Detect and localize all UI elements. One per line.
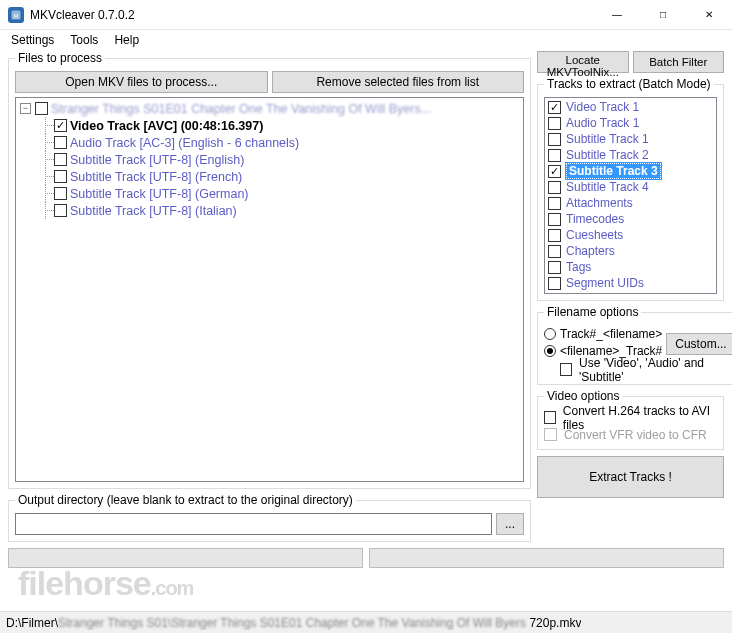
files-to-process-group: Files to process Open MKV files to proce… <box>8 51 531 489</box>
locate-mkvtoolnix-button[interactable]: Locate MKVToolNix... <box>537 51 629 73</box>
track-label: Subtitle Track [UTF-8] (English) <box>70 153 244 167</box>
output-legend: Output directory (leave blank to extract… <box>15 493 356 507</box>
extract-track-row[interactable]: Cuesheets <box>545 227 716 243</box>
extract-track-row[interactable]: Segment UIDs <box>545 275 716 291</box>
tree-track-row[interactable]: Subtitle Track [UTF-8] (German) <box>16 185 523 202</box>
convert-vfr-label: Convert VFR video to CFR <box>564 428 707 442</box>
file-tree[interactable]: − Stranger Things S01E01 Chapter One The… <box>15 97 524 482</box>
extract-track-row[interactable]: Timecodes <box>545 211 716 227</box>
extract-track-label: Subtitle Track 2 <box>566 148 649 162</box>
tree-guide-icon <box>40 202 54 219</box>
open-mkv-button[interactable]: Open MKV files to process... <box>15 71 268 93</box>
tree-track-row[interactable]: Subtitle Track [UTF-8] (English) <box>16 151 523 168</box>
extract-track-row[interactable]: Subtitle Track 1 <box>545 131 716 147</box>
app-icon: M <box>8 7 24 23</box>
extract-track-label: Subtitle Track 4 <box>566 180 649 194</box>
extract-track-label: Subtitle Track 1 <box>566 132 649 146</box>
svg-text:M: M <box>14 13 19 19</box>
track-label: Subtitle Track [UTF-8] (Italian) <box>70 204 237 218</box>
menubar: Settings Tools Help <box>0 30 732 49</box>
extract-track-checkbox[interactable] <box>548 165 561 178</box>
output-directory-input[interactable] <box>15 513 492 535</box>
filename-options-group: Filename options Track#_<filename> <file… <box>537 305 732 385</box>
menu-help[interactable]: Help <box>107 32 146 48</box>
use-names-checkbox[interactable] <box>560 363 572 376</box>
file-checkbox[interactable] <box>35 102 48 115</box>
extract-track-checkbox[interactable] <box>548 277 561 290</box>
track-checkbox[interactable] <box>54 204 67 217</box>
tree-guide-icon <box>40 151 54 168</box>
tree-guide-icon <box>40 134 54 151</box>
window-title: MKVcleaver 0.7.0.2 <box>30 8 594 22</box>
tree-track-row[interactable]: Subtitle Track [UTF-8] (Italian) <box>16 202 523 219</box>
extract-track-label: Chapters <box>566 244 615 258</box>
maximize-button[interactable]: □ <box>640 0 686 29</box>
video-options-group: Video options Convert H.264 tracks to AV… <box>537 389 724 450</box>
extract-track-label: Video Track 1 <box>566 100 639 114</box>
extract-track-checkbox[interactable] <box>548 133 561 146</box>
minimize-button[interactable]: — <box>594 0 640 29</box>
extract-track-row[interactable]: Audio Track 1 <box>545 115 716 131</box>
extract-track-checkbox[interactable] <box>548 197 561 210</box>
extract-tracks-button[interactable]: Extract Tracks ! <box>537 456 724 498</box>
status-path-prefix: D:\Filmer\ <box>6 616 58 630</box>
tree-track-row[interactable]: Video Track [AVC] (00:48:16.397) <box>16 117 523 134</box>
extract-track-label: Cuesheets <box>566 228 623 242</box>
extract-track-checkbox[interactable] <box>548 245 561 258</box>
extract-track-checkbox[interactable] <box>548 229 561 242</box>
radio-filename-first[interactable] <box>544 345 556 357</box>
extract-track-checkbox[interactable] <box>548 149 561 162</box>
extract-track-row[interactable]: Subtitle Track 3 <box>545 163 716 179</box>
tree-track-row[interactable]: Subtitle Track [UTF-8] (French) <box>16 168 523 185</box>
extract-track-label: Subtitle Track 3 <box>566 163 661 179</box>
file-title: Stranger Things S01E01 Chapter One The V… <box>51 102 431 116</box>
track-label: Audio Track [AC-3] (English - 6 channels… <box>70 136 299 150</box>
extract-track-row[interactable]: Video Track 1 <box>545 99 716 115</box>
tracks-to-extract-group: Tracks to extract (Batch Mode) Video Tra… <box>537 77 724 301</box>
extract-track-label: Timecodes <box>566 212 624 226</box>
progress-bar-right <box>369 548 724 568</box>
extract-track-row[interactable]: Attachments <box>545 195 716 211</box>
extract-track-checkbox[interactable] <box>548 261 561 274</box>
tracks-extract-list[interactable]: Video Track 1Audio Track 1Subtitle Track… <box>544 97 717 294</box>
extract-track-checkbox[interactable] <box>548 101 561 114</box>
extract-track-checkbox[interactable] <box>548 117 561 130</box>
browse-button[interactable]: ... <box>496 513 524 535</box>
progress-bar-left <box>8 548 363 568</box>
convert-h264-checkbox[interactable] <box>544 411 556 424</box>
output-directory-group: Output directory (leave blank to extract… <box>8 493 531 542</box>
track-checkbox[interactable] <box>54 119 67 132</box>
tree-guide-icon <box>40 185 54 202</box>
tree-track-row[interactable]: Audio Track [AC-3] (English - 6 channels… <box>16 134 523 151</box>
menu-settings[interactable]: Settings <box>4 32 61 48</box>
track-label: Subtitle Track [UTF-8] (German) <box>70 187 249 201</box>
filename-opts-legend: Filename options <box>544 305 641 319</box>
extract-track-checkbox[interactable] <box>548 213 561 226</box>
radio-track-first[interactable] <box>544 328 556 340</box>
watermark: filehorse.com <box>18 564 193 603</box>
status-path-suffix: 720p.mkv <box>529 616 581 630</box>
track-checkbox[interactable] <box>54 136 67 149</box>
radio-track-first-label: Track#_<filename> <box>560 327 662 341</box>
titlebar: M MKVcleaver 0.7.0.2 — □ ✕ <box>0 0 732 30</box>
track-checkbox[interactable] <box>54 170 67 183</box>
extract-track-label: Tags <box>566 260 591 274</box>
remove-selected-button[interactable]: Remove selected files from list <box>272 71 525 93</box>
track-checkbox[interactable] <box>54 187 67 200</box>
extract-track-row[interactable]: Subtitle Track 2 <box>545 147 716 163</box>
tracks-extract-legend: Tracks to extract (Batch Mode) <box>544 77 714 91</box>
tree-guide-icon <box>40 117 54 134</box>
track-label: Video Track [AVC] (00:48:16.397) <box>70 119 263 133</box>
extract-track-row[interactable]: Chapters <box>545 243 716 259</box>
track-checkbox[interactable] <box>54 153 67 166</box>
batch-filter-button[interactable]: Batch Filter <box>633 51 725 73</box>
custom-filename-button[interactable]: Custom... <box>666 333 732 355</box>
extract-track-row[interactable]: Tags <box>545 259 716 275</box>
extract-track-row[interactable]: Subtitle Track 4 <box>545 179 716 195</box>
collapse-icon[interactable]: − <box>20 103 31 114</box>
close-button[interactable]: ✕ <box>686 0 732 29</box>
menu-tools[interactable]: Tools <box>63 32 105 48</box>
tree-file-row[interactable]: − Stranger Things S01E01 Chapter One The… <box>16 100 523 117</box>
files-legend: Files to process <box>15 51 105 65</box>
extract-track-checkbox[interactable] <box>548 181 561 194</box>
